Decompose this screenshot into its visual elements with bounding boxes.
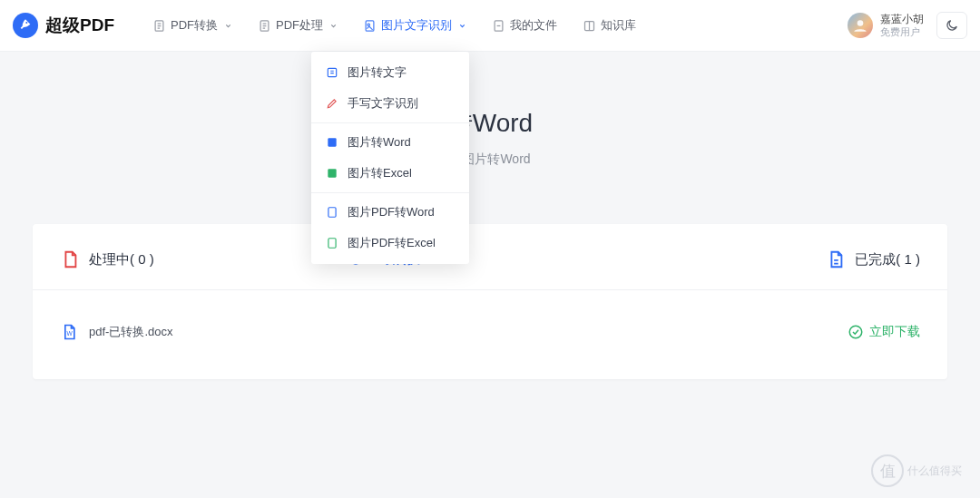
nav-label: 知识库 [601, 17, 636, 34]
divider [311, 192, 469, 193]
word-icon [326, 136, 338, 149]
avatar [848, 13, 873, 38]
user-tier: 免费用户 [880, 26, 924, 38]
pen-icon [326, 97, 338, 110]
svg-rect-8 [328, 138, 336, 146]
file-name: pdf-已转换.docx [89, 324, 172, 340]
dropdown-label: 手写文字识别 [348, 95, 418, 112]
dropdown-label: 图片PDF转Word [348, 204, 435, 220]
image-scan-icon [363, 19, 377, 33]
theme-toggle[interactable] [936, 12, 967, 39]
image-ocr-dropdown: 图片转文字 手写文字识别 图片转Word 图片转Excel 图片PDF转Word… [311, 52, 469, 264]
svg-rect-10 [328, 208, 336, 218]
nav-pdf-process[interactable]: PDF处理 [245, 0, 350, 52]
svg-point-6 [858, 20, 864, 26]
dropdown-label: 图片PDF转Excel [348, 235, 436, 251]
dropdown-item-image-to-text[interactable]: 图片转文字 [311, 57, 469, 88]
moon-icon [945, 18, 959, 33]
dropdown-label: 图片转Word [348, 134, 411, 151]
text-icon [326, 66, 338, 79]
document-icon [152, 19, 166, 33]
word-file-icon: W [60, 323, 78, 341]
brand-logo[interactable]: 超级PDF [13, 13, 114, 38]
watermark-text: 什么值得买 [907, 464, 962, 479]
file-row[interactable]: W pdf-已转换.docx [60, 323, 172, 341]
dropdown-item-image-to-word[interactable]: 图片转Word [311, 127, 469, 158]
user-name: 嘉蓝小胡 [880, 13, 924, 25]
page-subtitle: 费图片转Word [0, 151, 980, 168]
dropdown-item-handwriting[interactable]: 手写文字识别 [311, 88, 469, 119]
completed-label: 已完成( 1 ) [855, 251, 920, 269]
check-circle-icon [848, 324, 864, 340]
dropdown-label: 图片转文字 [348, 64, 407, 81]
user-text: 嘉蓝小胡 免费用户 [880, 13, 924, 38]
dropdown-item-image-to-excel[interactable]: 图片转Excel [311, 158, 469, 189]
excel-icon [326, 167, 338, 180]
brand-name: 超级PDF [45, 14, 114, 37]
chevron-down-icon [458, 22, 466, 30]
folder-icon [492, 19, 505, 33]
dropdown-item-imagepdf-to-excel[interactable]: 图片PDF转Excel [311, 228, 469, 259]
dropdown-item-imagepdf-to-word[interactable]: 图片PDF转Word [311, 197, 469, 228]
svg-point-3 [368, 24, 370, 26]
chevron-down-icon [224, 22, 232, 30]
page-title-area: 转Word 费图片转Word [0, 52, 980, 168]
document-icon [826, 249, 846, 269]
pdf-icon [60, 249, 80, 269]
panel-head: 处理中( 0 ) 继续转换 已完成( 1 ) [33, 224, 947, 290]
pdf-excel-icon [326, 237, 338, 249]
completed-section[interactable]: 已完成( 1 ) [826, 249, 920, 269]
book-icon [583, 19, 596, 33]
main-nav: PDF转换 PDF处理 图片文字识别 我的文件 知识库 [140, 0, 649, 52]
divider [311, 122, 469, 123]
chevron-down-icon [329, 22, 338, 30]
svg-text:W: W [67, 330, 74, 337]
watermark-badge: 值 [871, 454, 904, 487]
processing-section[interactable]: 处理中( 0 ) [60, 249, 154, 269]
svg-rect-9 [328, 169, 336, 177]
page-title: 转Word [0, 106, 980, 141]
nav-label: 我的文件 [510, 17, 557, 34]
nav-image-ocr[interactable]: 图片文字识别 [350, 0, 479, 52]
nav-label: 图片文字识别 [381, 17, 452, 34]
nav-label: PDF处理 [276, 17, 323, 34]
nav-pdf-convert[interactable]: PDF转换 [140, 0, 245, 52]
svg-rect-11 [328, 239, 336, 249]
user-profile[interactable]: 嘉蓝小胡 免费用户 [848, 13, 924, 38]
app-header: 超级PDF PDF转换 PDF处理 图片文字识别 我的文件 知识库 [0, 0, 980, 52]
rocket-icon [13, 13, 38, 38]
svg-point-14 [849, 326, 862, 338]
nav-knowledge[interactable]: 知识库 [570, 0, 649, 52]
pdf-word-icon [326, 206, 338, 219]
nav-my-files[interactable]: 我的文件 [479, 0, 570, 52]
watermark: 值 什么值得买 [862, 453, 971, 489]
nav-label: PDF转换 [171, 17, 218, 34]
document-icon [258, 19, 271, 33]
panel-body: W pdf-已转换.docx 立即下载 [33, 290, 947, 379]
download-button[interactable]: 立即下载 [848, 324, 920, 340]
conversion-panel: 处理中( 0 ) 继续转换 已完成( 1 ) W pdf-已转换.docx 立即… [33, 224, 947, 379]
processing-label: 处理中( 0 ) [89, 251, 154, 269]
header-right: 嘉蓝小胡 免费用户 [848, 12, 967, 39]
download-label: 立即下载 [869, 324, 920, 340]
dropdown-label: 图片转Excel [348, 165, 412, 181]
